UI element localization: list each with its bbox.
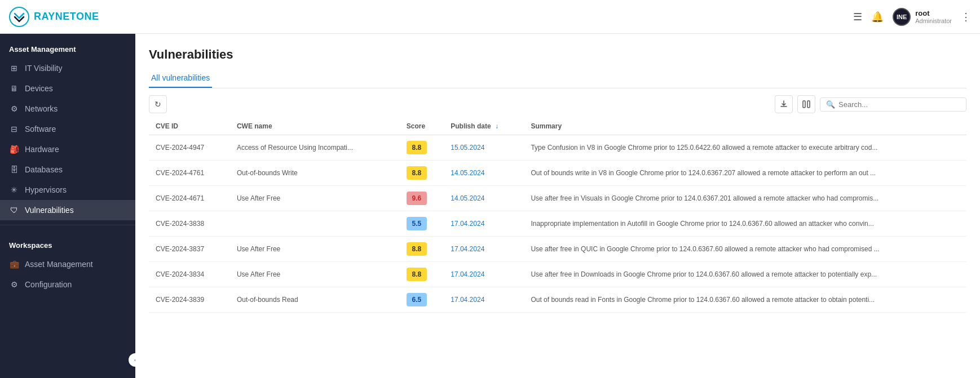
table-row[interactable]: CVE-2024-3839 Out-of-bounds Read 6.5 17.… bbox=[149, 287, 966, 313]
sidebar-section-workspaces: Workspaces bbox=[0, 230, 135, 254]
score-cell: 6.5 bbox=[400, 287, 444, 313]
sidebar-item-networks-label: Networks bbox=[25, 104, 58, 113]
sidebar-item-software-label: Software bbox=[25, 124, 56, 134]
cve-id-cell: CVE-2024-3834 bbox=[149, 262, 230, 287]
sidebar-item-it-visibility[interactable]: ⊞ IT Visibility bbox=[0, 58, 135, 78]
cve-id-cell: CVE-2024-3838 bbox=[149, 211, 230, 237]
sidebar-item-software[interactable]: ⊟ Software bbox=[0, 119, 135, 139]
sidebar-item-vulnerabilities[interactable]: 🛡 Vulnerabilities bbox=[0, 200, 135, 220]
asset-management-icon: 💼 bbox=[9, 260, 19, 269]
svg-rect-1 bbox=[803, 101, 805, 108]
sidebar-item-devices[interactable]: 🖥 Devices bbox=[0, 78, 135, 99]
publish-date-cell: 14.05.2024 bbox=[444, 161, 524, 186]
user-role: Administrator bbox=[915, 17, 952, 24]
table-container: CVE ID CWE name Score Publish date ↓ Sum… bbox=[149, 118, 966, 378]
columns-icon bbox=[802, 100, 811, 109]
logo: RAYNETONE bbox=[9, 7, 99, 27]
col-publish-date[interactable]: Publish date ↓ bbox=[444, 118, 524, 135]
score-badge: 8.8 bbox=[407, 141, 427, 154]
table-row[interactable]: CVE-2024-4671 Use After Free 9.6 14.05.2… bbox=[149, 186, 966, 211]
table-row[interactable]: CVE-2024-4947 Access of Resource Using I… bbox=[149, 135, 966, 161]
publish-date-cell: 17.04.2024 bbox=[444, 211, 524, 237]
bell-icon[interactable]: 🔔 bbox=[871, 11, 884, 23]
topbar: RAYNETONE ☰ 🔔 INE root Administrator ⋮ bbox=[0, 0, 980, 34]
table-row[interactable]: CVE-2024-4761 Out-of-bounds Write 8.8 14… bbox=[149, 161, 966, 186]
user-area: INE root Administrator bbox=[893, 8, 952, 26]
tabs-bar: All vulnerabilities bbox=[149, 69, 966, 88]
main-layout: Asset Management ⊞ IT Visibility 🖥 Devic… bbox=[0, 34, 980, 378]
table-body: CVE-2024-4947 Access of Resource Using I… bbox=[149, 135, 966, 313]
col-cve-id: CVE ID bbox=[149, 118, 230, 135]
score-cell: 5.5 bbox=[400, 211, 444, 237]
score-badge: 8.8 bbox=[407, 268, 427, 281]
sidebar-item-hardware[interactable]: 🎒 Hardware bbox=[0, 139, 135, 159]
devices-icon: 🖥 bbox=[9, 84, 19, 93]
refresh-button[interactable]: ↻ bbox=[149, 95, 167, 113]
search-box[interactable]: 🔍 bbox=[820, 97, 966, 112]
col-cwe-name: CWE name bbox=[230, 118, 400, 135]
publish-date-cell: 15.05.2024 bbox=[444, 135, 524, 161]
table-row[interactable]: CVE-2024-3834 Use After Free 8.8 17.04.2… bbox=[149, 262, 966, 287]
hypervisors-icon: ✳ bbox=[9, 185, 19, 194]
user-info: root Administrator bbox=[915, 9, 952, 24]
databases-icon: 🗄 bbox=[9, 165, 19, 174]
content-area: Vulnerabilities All vulnerabilities ↻ 🔍 bbox=[135, 34, 980, 378]
publish-date-cell: 17.04.2024 bbox=[444, 287, 524, 313]
score-badge: 9.6 bbox=[407, 192, 427, 205]
sort-arrow-icon: ↓ bbox=[495, 122, 498, 130]
sidebar-item-hardware-label: Hardware bbox=[25, 145, 59, 154]
user-avatar: INE bbox=[893, 8, 911, 26]
summary-cell: Type Confusion in V8 in Google Chrome pr… bbox=[524, 135, 966, 161]
more-options-icon[interactable]: ⋮ bbox=[961, 11, 971, 23]
cwe-name-cell: Use After Free bbox=[230, 262, 400, 287]
sidebar-item-hypervisors[interactable]: ✳ Hypervisors bbox=[0, 180, 135, 200]
vulnerabilities-table: CVE ID CWE name Score Publish date ↓ Sum… bbox=[149, 118, 966, 313]
columns-button[interactable] bbox=[797, 95, 815, 113]
tab-all-vulnerabilities[interactable]: All vulnerabilities bbox=[149, 69, 212, 88]
it-visibility-icon: ⊞ bbox=[9, 64, 19, 73]
sidebar-item-hypervisors-label: Hypervisors bbox=[25, 185, 67, 194]
topbar-right: ☰ 🔔 INE root Administrator ⋮ bbox=[853, 8, 971, 26]
export-icon bbox=[779, 100, 788, 109]
score-cell: 9.6 bbox=[400, 186, 444, 211]
summary-cell: Use after free in QUIC in Google Chrome … bbox=[524, 237, 966, 262]
cve-id-cell: CVE-2024-3837 bbox=[149, 237, 230, 262]
sidebar-item-devices-label: Devices bbox=[25, 84, 53, 93]
score-cell: 8.8 bbox=[400, 237, 444, 262]
sidebar-item-configuration[interactable]: ⚙ Configuration bbox=[0, 274, 135, 295]
table-header: CVE ID CWE name Score Publish date ↓ Sum… bbox=[149, 118, 966, 135]
summary-cell: Use after free in Downloads in Google Ch… bbox=[524, 262, 966, 287]
score-badge: 6.5 bbox=[407, 293, 427, 306]
publish-date-cell: 17.04.2024 bbox=[444, 237, 524, 262]
publish-date-cell: 14.05.2024 bbox=[444, 186, 524, 211]
sidebar-item-asset-management[interactable]: 💼 Asset Management bbox=[0, 254, 135, 274]
score-badge: 8.8 bbox=[407, 242, 427, 256]
col-summary: Summary bbox=[524, 118, 966, 135]
publish-date-cell: 17.04.2024 bbox=[444, 262, 524, 287]
score-cell: 8.8 bbox=[400, 262, 444, 287]
page-title: Vulnerabilities bbox=[149, 47, 966, 62]
score-cell: 8.8 bbox=[400, 135, 444, 161]
sidebar-item-configuration-label: Configuration bbox=[25, 280, 72, 289]
col-score: Score bbox=[400, 118, 444, 135]
sidebar: Asset Management ⊞ IT Visibility 🖥 Devic… bbox=[0, 34, 135, 378]
sidebar-item-databases[interactable]: 🗄 Databases bbox=[0, 159, 135, 180]
search-icon: 🔍 bbox=[826, 100, 835, 109]
search-input[interactable] bbox=[838, 100, 960, 109]
vulnerabilities-icon: 🛡 bbox=[9, 206, 19, 215]
hardware-icon: 🎒 bbox=[9, 145, 19, 154]
sidebar-collapse-button[interactable]: ‹ bbox=[129, 353, 135, 367]
summary-cell: Out of bounds read in Fonts in Google Ch… bbox=[524, 287, 966, 313]
cwe-name-cell: Out-of-bounds Read bbox=[230, 287, 400, 313]
summary-cell: Use after free in Visuals in Google Chro… bbox=[524, 186, 966, 211]
sidebar-item-networks[interactable]: ⚙ Networks bbox=[0, 99, 135, 119]
summary-cell: Inappropriate implementation in Autofill… bbox=[524, 211, 966, 237]
svg-rect-2 bbox=[807, 101, 810, 108]
sidebar-item-asset-management-label: Asset Management bbox=[25, 260, 93, 269]
cwe-name-cell: Use After Free bbox=[230, 237, 400, 262]
table-row[interactable]: CVE-2024-3837 Use After Free 8.8 17.04.2… bbox=[149, 237, 966, 262]
export-button[interactable] bbox=[775, 95, 793, 113]
list-icon[interactable]: ☰ bbox=[853, 11, 862, 23]
svg-point-0 bbox=[10, 7, 29, 26]
table-row[interactable]: CVE-2024-3838 5.5 17.04.2024 Inappropria… bbox=[149, 211, 966, 237]
